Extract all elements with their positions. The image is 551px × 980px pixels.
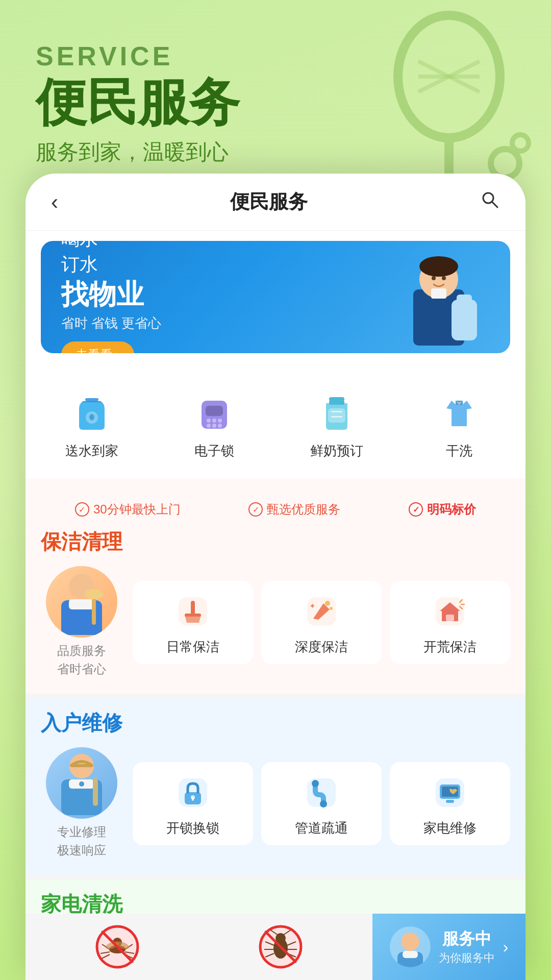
pest-mosquito-icon bbox=[92, 921, 143, 972]
svg-point-36 bbox=[85, 589, 103, 599]
svg-rect-28 bbox=[329, 401, 344, 405]
svg-point-22 bbox=[212, 419, 216, 423]
feature-tags: ✓ 30分钟最快上门 ✓ 甄选优质服务 ✓ 明码标价 bbox=[41, 494, 510, 528]
banner-dot-4 bbox=[291, 358, 297, 362]
repair-info: 专业修理极速响应 bbox=[41, 747, 122, 860]
quick-service-lock-label: 电子锁 bbox=[194, 442, 234, 460]
water-bottle-icon bbox=[69, 391, 114, 436]
search-icon[interactable] bbox=[480, 189, 500, 214]
repair-header: 入户维修 bbox=[41, 709, 510, 737]
deep-clean-icon bbox=[301, 591, 342, 632]
lock-service-label: 开锁换锁 bbox=[166, 819, 219, 837]
banner-button[interactable]: 去看看 › bbox=[61, 341, 134, 353]
svg-rect-38 bbox=[191, 601, 195, 615]
quick-service-milk-label: 鲜奶预订 bbox=[310, 442, 363, 460]
feature-tag-2: ✓ 甄选优质服务 bbox=[248, 501, 340, 518]
deep-clean-label: 深度保洁 bbox=[295, 638, 348, 656]
cleaning-content: 品质服务省时省心 日常保洁 bbox=[41, 566, 510, 678]
banner-line1: 喝水 订水 bbox=[61, 241, 388, 278]
appliance-repair-icon bbox=[430, 772, 470, 813]
svg-point-23 bbox=[218, 419, 222, 423]
quick-service-water[interactable]: 送水到家 bbox=[31, 383, 153, 468]
svg-rect-17 bbox=[85, 398, 98, 401]
svg-point-61 bbox=[312, 780, 319, 787]
banner-dot-1 bbox=[254, 358, 266, 362]
service-online-button[interactable]: 服务中 为你服务中 › bbox=[372, 914, 525, 980]
cleaning-desc: 品质服务省时省心 bbox=[57, 642, 106, 678]
svg-rect-100 bbox=[403, 951, 418, 958]
service-online-arrow: › bbox=[503, 938, 509, 957]
banner[interactable]: 喝水 订水 找物业 省时 省钱 更省心 去看看 › bbox=[41, 241, 510, 353]
lock-service-card[interactable]: 开锁换锁 bbox=[133, 762, 253, 845]
cleaning-info: 品质服务省时省心 bbox=[41, 566, 122, 678]
lock-icon bbox=[172, 772, 213, 813]
cleaning-header: 保洁清理 bbox=[41, 528, 510, 556]
svg-point-41 bbox=[325, 601, 330, 606]
svg-point-42 bbox=[330, 607, 333, 610]
svg-point-98 bbox=[401, 933, 419, 951]
svg-rect-20 bbox=[206, 406, 223, 416]
check-icon-2: ✓ bbox=[248, 502, 263, 517]
phone-frame: ‹ 便民服务 喝水 订水 找物业 省时 省钱 更省心 去看看 › bbox=[26, 174, 525, 980]
service-subtitle: 服务到家，温暖到心 bbox=[36, 138, 515, 166]
back-button[interactable]: ‹ bbox=[51, 190, 58, 214]
svg-point-62 bbox=[320, 800, 327, 807]
quick-service-lock[interactable]: 电子锁 bbox=[153, 383, 276, 468]
repair-section: 入户维修 bbox=[26, 699, 525, 875]
feature-tag-3: ✓ 明码标价 bbox=[409, 501, 476, 518]
appliance-repair-card[interactable]: 家电维修 bbox=[390, 762, 510, 845]
bottom-bar: 服务中 为你服务中 › bbox=[26, 914, 525, 980]
pioneer-clean-icon bbox=[430, 591, 470, 632]
repair-person-avatar bbox=[46, 747, 117, 819]
svg-point-11 bbox=[419, 256, 458, 277]
banner-line2: 找物业 bbox=[61, 278, 388, 311]
repair-grid: 开锁换锁 管道疏通 bbox=[133, 762, 510, 845]
service-title: 服务中 bbox=[439, 928, 495, 950]
banner-dot-3 bbox=[281, 358, 287, 362]
banner-text: 喝水 订水 找物业 省时 省钱 更省心 去看看 › bbox=[61, 241, 388, 353]
check-icon-1: ✓ bbox=[75, 502, 89, 517]
svg-rect-55 bbox=[93, 778, 98, 806]
pipe-icon bbox=[301, 772, 342, 813]
service-sub: 为你服务中 bbox=[439, 950, 495, 966]
service-online-text: 服务中 为你服务中 bbox=[439, 928, 495, 966]
daily-clean-card[interactable]: 日常保洁 bbox=[133, 581, 253, 664]
pioneer-clean-label: 开荒保洁 bbox=[423, 638, 477, 656]
svg-point-24 bbox=[207, 424, 211, 428]
svg-point-54 bbox=[79, 781, 84, 787]
svg-rect-46 bbox=[446, 615, 454, 621]
quick-service-water-label: 送水到家 bbox=[65, 442, 118, 460]
svg-line-8 bbox=[492, 202, 497, 207]
repair-title: 入户维修 bbox=[41, 709, 122, 737]
service-agent-avatar bbox=[390, 926, 431, 967]
check-icon-3: ✓ bbox=[409, 502, 423, 517]
banner-line3: 省时 省钱 更省心 bbox=[61, 314, 388, 332]
milk-icon bbox=[314, 391, 359, 436]
appliance-repair-label: 家电维修 bbox=[423, 819, 477, 837]
quick-service-milk[interactable]: 鲜奶预订 bbox=[276, 383, 398, 468]
cleaning-title: 保洁清理 bbox=[41, 528, 122, 556]
svg-point-26 bbox=[218, 424, 222, 428]
shirt-icon bbox=[437, 391, 482, 436]
repair-content: 专业修理极速响应 bbox=[41, 747, 510, 860]
nav-title: 便民服务 bbox=[230, 189, 308, 215]
banner-dot-2 bbox=[270, 358, 277, 362]
svg-rect-51 bbox=[70, 764, 93, 767]
pest-area bbox=[26, 914, 372, 980]
banner-image bbox=[388, 243, 490, 351]
pipe-label: 管道疏通 bbox=[295, 819, 348, 837]
daily-clean-icon bbox=[172, 591, 213, 632]
pioneer-clean-card[interactable]: 开荒保洁 bbox=[390, 581, 510, 664]
banner-dots bbox=[41, 358, 510, 362]
header-section: SERVICE 便民服务 服务到家，温暖到心 bbox=[0, 0, 551, 187]
quick-service-dry[interactable]: 干洗 bbox=[398, 383, 520, 468]
svg-rect-31 bbox=[328, 408, 345, 423]
service-cn-label: 便民服务 bbox=[36, 77, 515, 128]
cleaning-grid: 日常保洁 bbox=[133, 581, 510, 664]
svg-point-25 bbox=[212, 424, 216, 428]
banner-section: 喝水 订水 找物业 省时 省钱 更省心 去看看 › bbox=[26, 231, 525, 373]
pipe-card[interactable]: 管道疏通 bbox=[261, 762, 382, 845]
daily-clean-label: 日常保洁 bbox=[166, 638, 219, 656]
keypad-icon bbox=[192, 391, 237, 436]
deep-clean-card[interactable]: 深度保洁 bbox=[261, 581, 382, 664]
